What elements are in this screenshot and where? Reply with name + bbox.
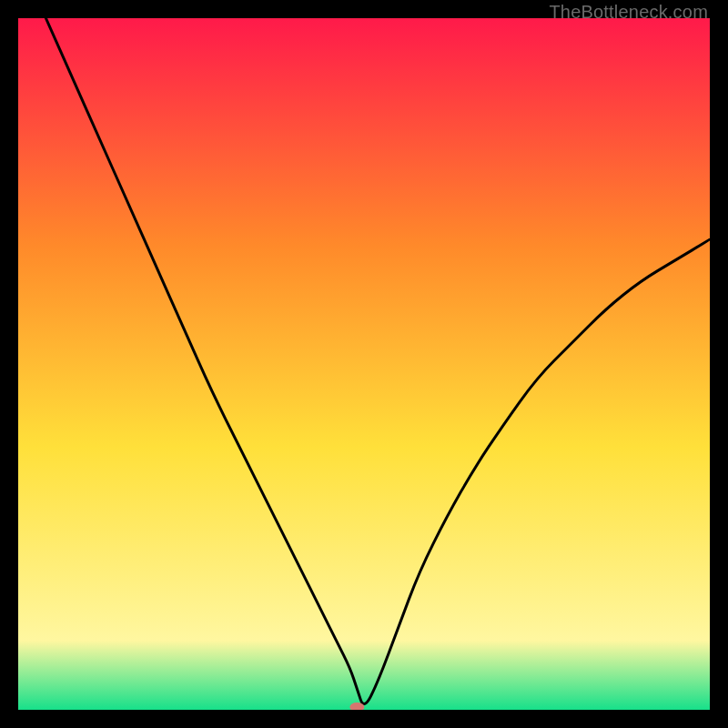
chart-svg: [18, 18, 710, 710]
watermark-text: TheBottleneck.com: [549, 2, 708, 23]
gradient-background: [18, 18, 710, 710]
chart-frame: [18, 18, 710, 710]
